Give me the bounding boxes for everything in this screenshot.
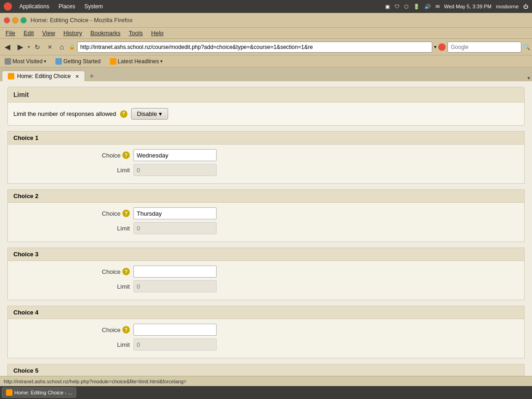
taskbar: Home: Editing Choice - ... [0,386,532,399]
choice-3-input[interactable] [133,266,217,278]
limit-responses-label: Limit the number of responses allowed [13,110,116,117]
choice-3-help-icon[interactable]: ? [122,268,130,275]
active-tab[interactable]: Home: Editing Choice ✕ [2,71,85,81]
email-icon: ✉ [435,4,440,10]
back-button[interactable]: ◀ [2,41,13,53]
latest-headlines-arrow: ▾ [160,59,163,64]
choice-2-choice-label: Choice ? [13,210,133,217]
status-url: http://intranet.ashs.school.nz/help.php?… [4,379,187,384]
menu-help[interactable]: Help [147,29,167,37]
choice-2-header: Choice 2 [8,190,524,203]
choice-1-limit-input[interactable] [133,164,217,176]
bookmark-getting-started[interactable]: Getting Started [53,57,103,66]
menu-file[interactable]: File [2,29,19,37]
choice-2-help-icon[interactable]: ? [122,210,130,217]
places-menu[interactable]: Places [57,2,77,11]
latest-headlines-icon [110,58,116,65]
getting-started-label: Getting Started [63,58,101,65]
nav-bar: ◀ ▶ ▾ ↻ ✕ ⌂ 🔒 ▾ 🔍 [0,39,532,55]
stop-button[interactable]: ✕ [45,42,55,52]
applications-menu[interactable]: Applications [18,2,51,11]
choice-4-header: Choice 4 [8,306,524,319]
new-tab-button[interactable]: + [87,71,97,81]
choice-2-limit-input[interactable] [133,222,217,234]
page-wrapper: Limit Limit the number of responses allo… [0,81,532,386]
tabs-bar: Home: Editing Choice ✕ + ▾ [0,67,532,81]
bookmarks-bar: Most Visited ▾ Getting Started Latest He… [0,55,532,67]
most-visited-icon [5,58,11,65]
choice-3-choice-label: Choice ? [13,268,133,275]
choice-4-limit-input[interactable] [133,339,217,351]
bookmark-most-visited[interactable]: Most Visited ▾ [2,57,49,66]
system-bar-left: Applications Places System [4,2,105,11]
forward-button[interactable]: ▶ [15,41,26,53]
menu-bar: File Edit View History Bookmarks Tools H… [0,28,532,39]
choice-3-choice-row: Choice ? [13,266,519,278]
url-arrow-icon[interactable]: ▾ [434,44,436,49]
reload-button[interactable]: ↻ [32,42,43,53]
most-visited-label: Most Visited [12,58,42,65]
menu-view[interactable]: View [38,29,59,37]
url-area: 🔒 ▾ [69,42,436,53]
tab-close-icon[interactable]: ✕ [75,74,79,79]
menu-edit[interactable]: Edit [20,29,37,37]
choice-2-input[interactable] [133,207,217,219]
terminal-icon: ▣ [385,4,390,10]
close-window-button[interactable] [4,17,10,24]
choice-3-section: Choice 3 Choice ? Limit [7,248,525,300]
url-input[interactable] [77,42,432,53]
home-button[interactable]: ⌂ [57,41,67,53]
choice-2-section: Choice 2 Choice ? Limit [7,189,525,242]
tab-label: Home: Editing Choice [17,73,71,79]
content-area[interactable]: Limit Limit the number of responses allo… [0,81,532,386]
choice-1-input[interactable] [133,149,217,161]
search-input[interactable] [447,42,521,53]
choice-1-limit-label: Limit [13,167,133,174]
choice-4-limit-label: Limit [13,341,133,348]
system-menu[interactable]: System [83,2,105,11]
bookmark-latest-headlines[interactable]: Latest Headlines ▾ [107,57,165,66]
choice-4-choice-row: Choice ? [13,324,519,336]
choice-4-body: Choice ? Limit [8,319,524,358]
power-icon[interactable]: ⏻ [523,4,528,9]
system-time: Wed May 5, 3:39 PM [444,4,492,9]
limit-section-header: Limit [8,87,524,103]
menu-bookmarks[interactable]: Bookmarks [87,29,124,37]
choice-4-choice-label: Choice ? [13,326,133,333]
status-bar: http://intranet.ashs.school.nz/help.php?… [0,376,532,386]
username: mosborne [496,4,519,9]
choice-4-help-icon[interactable]: ? [122,326,130,333]
title-bar: Home: Editing Choice - Mozilla Firefox [0,13,532,28]
battery-icon: 🔋 [413,4,420,10]
taskbar-firefox-item[interactable]: Home: Editing Choice - ... [2,387,76,398]
url-icon: 🔒 [69,44,75,50]
choice-3-limit-input[interactable] [133,280,217,292]
tabs-overflow-arrow[interactable]: ▾ [527,75,530,81]
choice-4-input[interactable] [133,324,217,336]
forward-dropdown-icon[interactable]: ▾ [28,44,30,49]
minimize-window-button[interactable] [12,17,18,24]
menu-tools[interactable]: Tools [125,29,146,37]
choice-2-limit-label: Limit [13,225,133,232]
choice-3-header: Choice 3 [8,248,524,261]
taskbar-firefox-icon [6,389,12,396]
choice-1-choice-label: Choice ? [13,151,133,159]
volume-icon: 🔊 [424,4,431,10]
choice-4-limit-row: Limit [13,339,519,351]
limit-dropdown-button[interactable]: Disable ▾ [131,108,168,120]
choice-1-limit-row: Limit [13,164,519,176]
choice-3-body: Choice ? Limit [8,261,524,300]
choice-2-limit-row: Limit [13,222,519,234]
choice-3-limit-row: Limit [13,280,519,292]
network-icon: 🛡 [394,4,399,9]
latest-headlines-label: Latest Headlines [118,58,159,65]
ubuntu-icon[interactable] [4,2,12,11]
system-bar: Applications Places System ▣ 🛡 ⬡ 🔋 🔊 ✉ W… [0,0,532,13]
bluetooth-icon: ⬡ [404,4,409,10]
maximize-window-button[interactable] [20,17,27,24]
tab-favicon [8,73,14,79]
limit-help-icon[interactable]: ? [120,110,127,118]
choice-1-help-icon[interactable]: ? [122,151,130,159]
search-icon[interactable]: 🔍 [523,44,530,50]
menu-history[interactable]: History [60,29,85,37]
